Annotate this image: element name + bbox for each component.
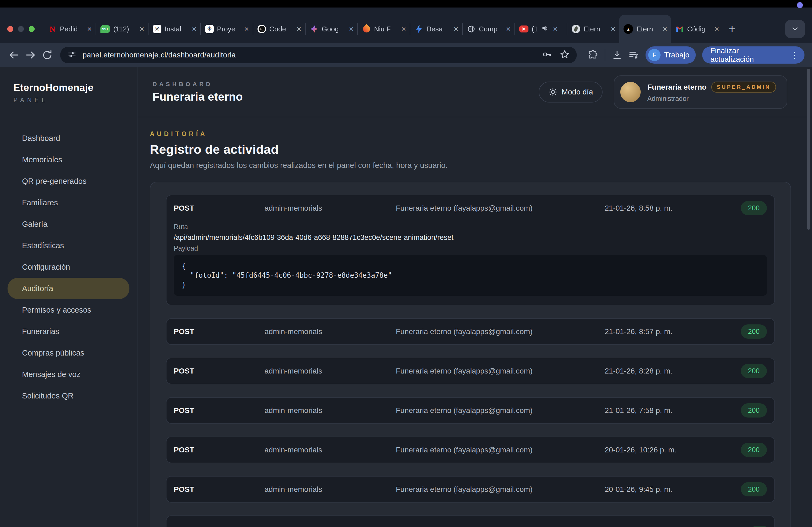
tab-whatsapp[interactable]: 99+ (112) × xyxy=(96,15,148,43)
audit-entry-row-partial[interactable] xyxy=(166,515,775,527)
finish-update-button[interactable]: Finalizar actualización ⋮ xyxy=(702,46,804,64)
globe-icon xyxy=(467,25,476,33)
audit-entry-row[interactable]: POST admin-memorials Funeraria eterno (f… xyxy=(166,476,775,502)
tab-search-button[interactable] xyxy=(785,20,805,38)
url-text[interactable]: panel.eternohomenaje.cl/dashboard/audito… xyxy=(83,51,236,59)
audio-speaker-icon[interactable] xyxy=(541,25,549,34)
chevron-down-icon xyxy=(791,25,800,33)
entry-user: Funeraria eterno (fayalapps@gmail.com) xyxy=(396,406,605,415)
tab-label: Comp xyxy=(479,25,502,33)
tab-niufire[interactable]: Niu F × xyxy=(358,15,410,43)
zoom-window-button[interactable] xyxy=(29,26,35,32)
browser-profile-chip[interactable]: F Trabajo xyxy=(646,46,696,64)
entry-method: POST xyxy=(174,446,264,454)
audit-entry-row[interactable]: POST admin-memorials Funeraria eterno (f… xyxy=(166,318,775,345)
audit-entry-row[interactable]: POST admin-memorials Funeraria eterno (f… xyxy=(166,358,775,384)
tab-close-icon[interactable]: × xyxy=(295,25,302,33)
tab-label: (112) xyxy=(113,25,135,33)
sidebar-item-estadisticas[interactable]: Estadísticas xyxy=(8,235,129,256)
tab-desarrollo[interactable]: Desa × xyxy=(410,15,462,43)
sidebar-item-galeria[interactable]: Galería xyxy=(8,213,129,235)
sidebar-item-qr-pregenerados[interactable]: QR pre-generados xyxy=(8,170,129,192)
tab-label: Proye xyxy=(217,25,240,33)
minimize-window-button[interactable] xyxy=(18,26,24,32)
tab-close-icon[interactable]: × xyxy=(86,25,93,33)
user-card[interactable]: Funeraria eternoSUPER_ADMIN Administrado… xyxy=(614,75,787,109)
download-icon[interactable] xyxy=(610,48,624,62)
section-subtitle: Aquí quedan registrados los cambios real… xyxy=(150,161,791,170)
tab-google-gemini[interactable]: Goog × xyxy=(306,15,358,43)
entry-timestamp: 21-01-26, 7:58 p. m. xyxy=(605,406,741,415)
audit-entry-row[interactable]: POST admin-memorials Funeraria eterno (f… xyxy=(166,397,775,424)
reload-button[interactable] xyxy=(40,48,54,62)
sidebar-nav: Dashboard Memoriales QR pre-generados Fa… xyxy=(8,127,129,407)
tab-codex[interactable]: >_ Code × xyxy=(253,15,305,43)
sidebar-item-auditoria[interactable]: Auditoría xyxy=(8,278,129,299)
tab-gmail[interactable]: Códig × xyxy=(671,15,723,43)
sidebar-item-solicitudes-qr[interactable]: Solicitudes QR xyxy=(8,385,129,407)
sidebar-item-funerarias[interactable]: Funerarias xyxy=(8,321,129,342)
ruta-label: Ruta xyxy=(174,223,767,231)
tab-close-icon[interactable]: × xyxy=(400,25,407,33)
entry-user: Funeraria eterno (fayalapps@gmail.com) xyxy=(396,367,605,375)
sidebar-item-familiares[interactable]: Familiares xyxy=(8,192,129,213)
tab-close-icon[interactable]: × xyxy=(452,25,460,33)
sidebar-item-mensajes-voz[interactable]: Mensajes de voz xyxy=(8,364,129,385)
entry-user: Funeraria eterno (fayalapps@gmail.com) xyxy=(396,327,605,336)
tab-youtube[interactable]: (1 × xyxy=(515,15,567,43)
tab-close-icon[interactable]: × xyxy=(610,25,617,33)
codex-icon: >_ xyxy=(258,25,266,33)
site-settings-icon[interactable] xyxy=(67,50,77,60)
screen-recording-indicator xyxy=(797,2,803,8)
tab-chatgpt-proye[interactable]: ✳ Proye × xyxy=(201,15,253,43)
profile-avatar: F xyxy=(648,49,661,61)
sidebar-item-permisos[interactable]: Permisos y accesos xyxy=(8,299,129,321)
tab-close-icon[interactable]: × xyxy=(552,25,559,33)
forward-button[interactable] xyxy=(24,48,38,62)
close-window-button[interactable] xyxy=(7,26,13,32)
sidebar-item-configuracion[interactable]: Configuración xyxy=(8,256,129,278)
tab-pedidos[interactable]: N Pedid × xyxy=(44,15,96,43)
tab-close-icon[interactable]: × xyxy=(243,25,250,33)
new-tab-button[interactable]: + xyxy=(723,15,741,43)
extensions-icon[interactable] xyxy=(586,48,600,62)
user-role: Administrador xyxy=(647,95,776,103)
tab-label: Desa xyxy=(426,25,449,33)
browser-menu-icon[interactable]: ⋮ xyxy=(789,50,801,60)
sidebar-item-memoriales[interactable]: Memoriales xyxy=(8,149,129,170)
bookmark-star-icon[interactable] xyxy=(560,49,570,61)
address-bar[interactable]: panel.eternohomenaje.cl/dashboard/audito… xyxy=(60,47,577,63)
status-badge: 200 xyxy=(741,403,767,418)
tab-comp[interactable]: Comp × xyxy=(463,15,514,43)
password-key-icon[interactable] xyxy=(542,49,552,61)
tab-label: Etern xyxy=(583,25,606,33)
tab-close-icon[interactable]: × xyxy=(661,25,668,33)
back-button[interactable] xyxy=(7,48,21,62)
sidebar-item-dashboard[interactable]: Dashboard xyxy=(8,127,129,149)
status-badge: 200 xyxy=(741,482,767,496)
media-controls-icon[interactable] xyxy=(627,48,641,62)
audit-entry-row[interactable]: POST admin-memorials Funeraria eterno (f… xyxy=(166,437,775,463)
browser-toolbar: panel.eternohomenaje.cl/dashboard/audito… xyxy=(0,43,812,67)
sidebar-item-compras-publicas[interactable]: Compras públicas xyxy=(8,342,129,364)
tab-close-icon[interactable]: × xyxy=(191,25,198,33)
tab-close-icon[interactable]: × xyxy=(505,25,512,33)
entry-service: admin-memorials xyxy=(264,327,396,336)
tab-eterno-leaf[interactable]: Etern × xyxy=(567,15,619,43)
status-badge: 200 xyxy=(741,364,767,378)
tab-close-icon[interactable]: × xyxy=(138,25,145,33)
theme-toggle-button[interactable]: Modo día xyxy=(539,81,603,103)
youtube-icon xyxy=(519,26,528,32)
tab-eterno-panel-active[interactable]: ▲ Etern × xyxy=(619,15,671,43)
audit-entry-expanded[interactable]: POST admin-memorials Funeraria eterno (f… xyxy=(166,195,775,305)
tab-close-icon[interactable]: × xyxy=(713,25,720,33)
tab-chatgpt-instal[interactable]: ✳ Instal × xyxy=(148,15,200,43)
tab-close-icon[interactable]: × xyxy=(348,25,355,33)
page-scrollbar-thumb[interactable] xyxy=(807,69,810,230)
netflix-icon: N xyxy=(48,25,57,33)
toolbar-separator xyxy=(605,49,605,61)
finish-update-label: Finalizar actualización xyxy=(710,46,784,64)
main-area: DASHBOARD Funeraria eterno Modo día Fune… xyxy=(137,67,812,527)
entry-method: POST xyxy=(174,406,264,415)
brand-title: EternoHomenaje xyxy=(13,82,129,93)
